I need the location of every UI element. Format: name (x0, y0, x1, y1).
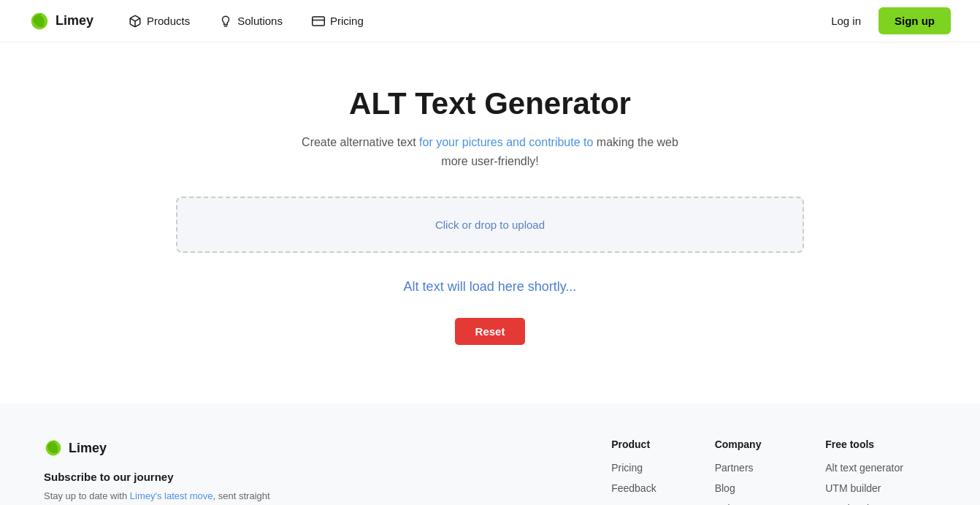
footer-link-feedback[interactable]: Feedback (611, 482, 656, 494)
nav-link-solutions-label: Solutions (237, 15, 283, 27)
footer-link-blog[interactable]: Blog (715, 482, 767, 494)
footer-link-utm-builder[interactable]: UTM builder (825, 482, 936, 494)
login-button[interactable]: Log in (822, 9, 870, 33)
footer-logo-icon (44, 438, 63, 457)
footer-link-pricing[interactable]: Pricing (611, 462, 656, 474)
footer-link-partners[interactable]: Partners (715, 462, 767, 474)
nav-links: Products Solutions Pricing (117, 9, 822, 34)
footer-col-company: Company Partners Blog Help center (715, 438, 767, 505)
footer-cols: Product Pricing Feedback Contact Company… (322, 438, 936, 505)
nav-link-pricing-label: Pricing (330, 15, 364, 27)
footer-brand: Limey Subscribe to our journey Stay up t… (44, 438, 278, 505)
card-icon (312, 15, 325, 28)
subtitle-highlight: for your pictures and contribute to (419, 136, 593, 148)
alt-text-result: Alt text will load here shortly... (404, 279, 577, 295)
footer-col-free-tools-title: Free tools (825, 438, 936, 450)
footer-col-product-links: Pricing Feedback Contact (611, 462, 656, 505)
nav-link-pricing[interactable]: Pricing (300, 9, 375, 34)
svg-rect-2 (313, 17, 325, 26)
main-content: ALT Text Generator Create alternative te… (0, 42, 980, 403)
footer-col-product: Product Pricing Feedback Contact (611, 438, 656, 505)
logo-icon (29, 11, 50, 31)
upload-zone[interactable]: Click or drop to upload (176, 197, 804, 253)
nav-actions: Log in Sign up (822, 7, 951, 34)
page-subtitle: Create alternative text for your picture… (300, 133, 680, 170)
nav-link-products-label: Products (147, 15, 190, 27)
footer: Limey Subscribe to our journey Stay up t… (0, 403, 980, 505)
footer-logo: Limey (44, 438, 278, 457)
footer-col-free-tools: Free tools Alt text generator UTM builde… (825, 438, 936, 505)
navbar: Limey Products Solutions Pricing (0, 0, 980, 42)
subtitle-plain: Create alternative text (302, 136, 419, 148)
nav-logo[interactable]: Limey (29, 11, 93, 31)
footer-logo-text: Limey (69, 441, 107, 456)
box-icon (129, 15, 142, 28)
nav-link-products[interactable]: Products (117, 9, 202, 34)
reset-button[interactable]: Reset (455, 318, 526, 345)
footer-subscribe-title: Subscribe to our journey (44, 471, 278, 483)
footer-subscribe-desc: Stay up to date with Limey's latest move… (44, 489, 278, 505)
lightbulb-icon (219, 15, 232, 28)
page-title: ALT Text Generator (349, 86, 631, 121)
footer-link-alt-text-gen[interactable]: Alt text generator (825, 462, 936, 474)
footer-col-company-links: Partners Blog Help center (715, 462, 767, 505)
footer-desc-plain: Stay up to date with (44, 490, 130, 501)
footer-col-free-tools-links: Alt text generator UTM builder Random le… (825, 462, 936, 505)
footer-col-company-title: Company (715, 438, 767, 450)
nav-link-solutions[interactable]: Solutions (207, 9, 294, 34)
logo-text: Limey (55, 13, 93, 29)
footer-col-product-title: Product (611, 438, 656, 450)
upload-label: Click or drop to upload (435, 219, 545, 231)
footer-desc-highlight: Limey's latest move (130, 490, 213, 501)
signup-button[interactable]: Sign up (878, 7, 951, 34)
